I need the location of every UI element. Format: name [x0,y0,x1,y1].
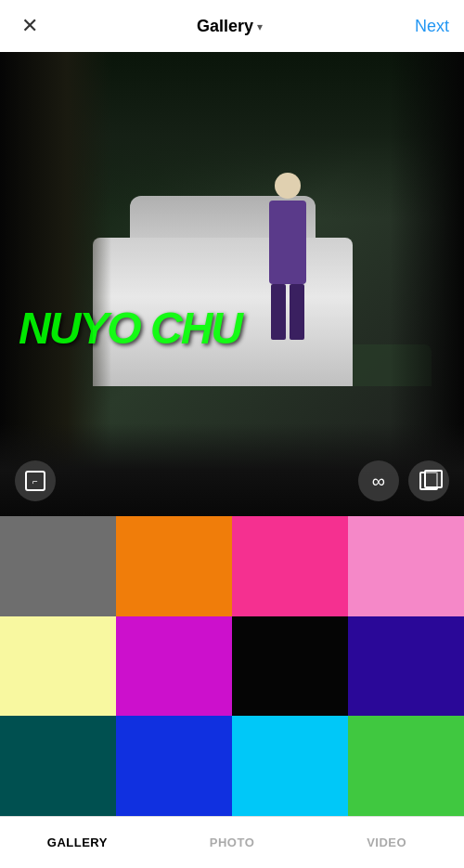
color-filter-light-pink[interactable] [348,516,464,616]
color-filter-magenta[interactable] [116,616,232,717]
tab-video[interactable]: VIDEO [309,817,464,868]
color-filter-dark-blue[interactable] [348,616,464,717]
figure-body [269,201,306,284]
color-filter-light-yellow[interactable] [0,616,116,717]
app-header: ✕ Gallery ▾ Next [0,0,464,52]
color-filter-gray[interactable] [0,516,116,616]
copy-button[interactable] [408,460,449,501]
expand-button[interactable]: ⌐ [15,460,56,501]
copy-icon [419,472,438,490]
gallery-dropdown[interactable]: Gallery ▾ [197,17,263,36]
figure [269,173,306,340]
graffiti-text: NUYO CHU [19,303,241,354]
figure-legs [269,284,306,340]
scene-background: NUYO CHU [0,52,464,516]
image-overlay-buttons: ⌐ ∞ [0,460,464,501]
gallery-title: Gallery [197,17,253,36]
color-filter-blue[interactable] [116,716,232,816]
color-filter-hot-pink[interactable] [232,516,348,616]
close-icon: ✕ [21,14,38,38]
color-filter-orange[interactable] [116,516,232,616]
expand-icon: ⌐ [25,471,45,491]
infinity-button[interactable]: ∞ [358,460,399,501]
tab-gallery[interactable]: GALLERY [0,817,155,868]
right-overlay-buttons: ∞ [358,460,449,501]
infinity-icon: ∞ [372,471,385,492]
color-filter-black[interactable] [232,616,348,717]
color-filter-dark-teal[interactable] [0,716,116,816]
tab-photo[interactable]: PHOTO [155,817,310,868]
color-filter-green[interactable] [348,716,464,816]
color-filter-cyan[interactable] [232,716,348,816]
dropdown-arrow-icon: ▾ [257,20,263,33]
figure-leg-right [290,284,304,340]
color-filter-grid [0,516,464,816]
image-preview: NUYO CHU ⌐ ∞ [0,52,464,516]
figure-head [275,173,301,199]
figure-leg-left [271,284,286,340]
close-button[interactable]: ✕ [15,11,45,41]
bottom-navigation: GALLERYPHOTOVIDEO [0,816,464,868]
next-button[interactable]: Next [415,17,449,36]
